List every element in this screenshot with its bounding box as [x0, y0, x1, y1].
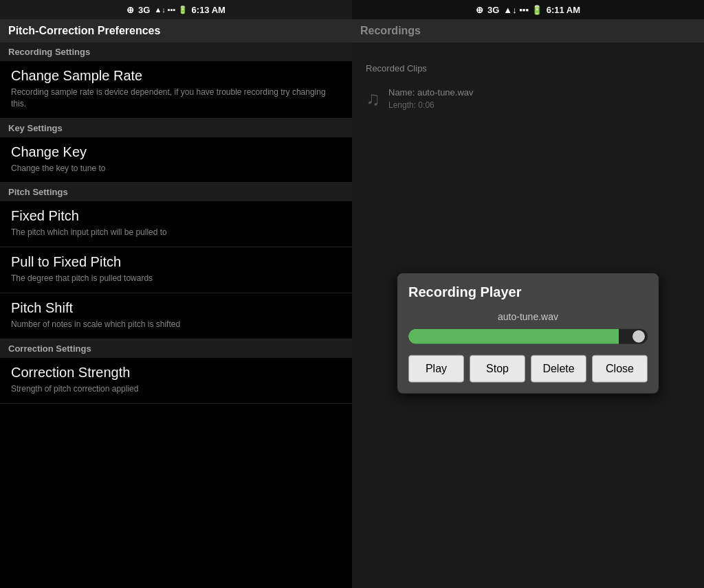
setting-pull-to-fixed-pitch[interactable]: Pull to Fixed Pitch The degree that pitc… — [0, 247, 352, 293]
setting-title-sample-rate: Change Sample Rate — [11, 68, 341, 84]
section-header-recording: Recording Settings — [0, 43, 352, 61]
left-time: 6:13 AM — [192, 5, 226, 15]
setting-desc-pitch-shift: Number of notes in scale which pitch is … — [11, 319, 341, 330]
setting-desc-pull-pitch: The degree that pitch is pulled towards — [11, 273, 341, 284]
music-icon: ♫ — [366, 88, 380, 110]
setting-change-key[interactable]: Change Key Change the key to tune to — [0, 137, 352, 183]
left-network: 3G — [138, 5, 150, 15]
setting-pitch-shift[interactable]: Pitch Shift Number of notes in scale whi… — [0, 293, 352, 339]
close-button[interactable]: Close — [592, 355, 648, 383]
left-gps-icon: ⊕ — [126, 5, 134, 15]
left-app-title: Pitch-Correction Preferences — [0, 19, 352, 43]
right-signal-icons: ▲↓ ▪▪▪ 🔋 — [503, 5, 542, 15]
left-panel: ⊕ 3G ▲↓ ▪▪▪ 🔋 6:13 AM Pitch-Correction P… — [0, 0, 352, 588]
delete-button[interactable]: Delete — [531, 355, 586, 383]
right-gps-icon: ⊕ — [476, 5, 483, 15]
setting-title-correction: Correction Strength — [11, 365, 341, 381]
player-progress-thumb — [632, 330, 645, 343]
setting-title-key: Change Key — [11, 144, 341, 160]
setting-title-pull-pitch: Pull to Fixed Pitch — [11, 254, 341, 270]
setting-title-fixed-pitch: Fixed Pitch — [11, 208, 341, 224]
right-network: 3G — [487, 5, 499, 15]
setting-desc-fixed-pitch: The pitch which input pitch will be pull… — [11, 227, 341, 238]
setting-change-sample-rate[interactable]: Change Sample Rate Recording sample rate… — [0, 61, 352, 119]
clip-length: Length: 0:06 — [388, 100, 474, 110]
left-status-bar: ⊕ 3G ▲↓ ▪▪▪ 🔋 6:13 AM — [0, 0, 352, 19]
right-status-bar: ⊕ 3G ▲↓ ▪▪▪ 🔋 6:11 AM — [352, 0, 704, 19]
player-title: Recording Player — [408, 284, 648, 300]
setting-fixed-pitch[interactable]: Fixed Pitch The pitch which input pitch … — [0, 201, 352, 247]
recorded-clips-section: Recorded Clips ♫ Name: auto-tune.wav Len… — [366, 56, 690, 122]
setting-desc-key: Change the key to tune to — [11, 163, 341, 174]
recorded-clips-label: Recorded Clips — [366, 63, 690, 74]
setting-title-pitch-shift: Pitch Shift — [11, 300, 341, 316]
play-button[interactable]: Play — [408, 355, 464, 383]
clip-name: Name: auto-tune.wav — [388, 87, 474, 98]
stop-button[interactable]: Stop — [470, 355, 525, 383]
player-progress-bar[interactable] — [408, 329, 648, 344]
setting-desc-sample-rate: Recording sample rate is device dependen… — [11, 87, 341, 110]
right-time: 6:11 AM — [547, 5, 580, 15]
section-header-pitch: Pitch Settings — [0, 183, 352, 201]
setting-correction-strength[interactable]: Correction Strength Strength of pitch co… — [0, 358, 352, 404]
section-header-correction: Correction Settings — [0, 339, 352, 358]
left-signal-icons: ▲↓ ▪▪▪ 🔋 — [154, 5, 187, 14]
right-content: Recorded Clips ♫ Name: auto-tune.wav Len… — [352, 43, 704, 588]
player-filename: auto-tune.wav — [408, 311, 648, 322]
right-app-title: Recordings — [352, 19, 704, 43]
setting-desc-correction: Strength of pitch correction applied — [11, 383, 341, 395]
player-progress-fill — [408, 329, 619, 344]
section-header-key: Key Settings — [0, 119, 352, 137]
recording-player-dialog: Recording Player auto-tune.wav Play Stop… — [397, 273, 659, 394]
clip-item[interactable]: ♫ Name: auto-tune.wav Length: 0:06 — [366, 82, 690, 115]
right-panel: ⊕ 3G ▲↓ ▪▪▪ 🔋 6:11 AM Recordings Recorde… — [352, 0, 704, 588]
player-buttons: Play Stop Delete Close — [408, 355, 648, 383]
clip-info: Name: auto-tune.wav Length: 0:06 — [388, 87, 474, 110]
